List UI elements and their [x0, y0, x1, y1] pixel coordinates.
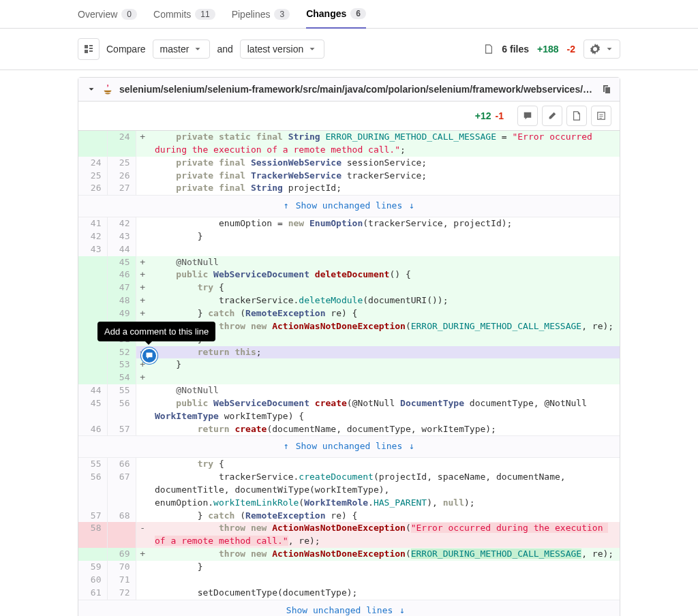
tab-commits[interactable]: Commits11: [153, 0, 215, 28]
diff-line[interactable]: 5566 try {: [78, 458, 620, 471]
diff-line-highlighted[interactable]: 52+ return this;: [78, 346, 620, 359]
file-tree-toggle[interactable]: [78, 38, 100, 60]
edit-file-button[interactable]: [542, 106, 562, 126]
diff-line[interactable]: 6071: [78, 574, 620, 587]
diff-line[interactable]: 4243 }: [78, 230, 620, 243]
new-line-num: 24: [107, 131, 136, 157]
compare-toolbar: Compare master and latest version 6 file…: [0, 29, 698, 70]
mr-tabs: Overview0 Commits11 Pipelines3 Changes6: [0, 0, 698, 29]
add-comment-button[interactable]: [141, 348, 157, 364]
diff-line[interactable]: 53+ }: [78, 358, 620, 371]
diff-line[interactable]: 24+ private static final String ERROR_DU…: [78, 131, 620, 157]
diff-settings-dropdown[interactable]: [583, 40, 620, 59]
diff-line[interactable]: 49+ } catch (RemoteException re) {: [78, 307, 620, 320]
diff-line[interactable]: 6172 setDocumentType(documentType);: [78, 587, 620, 600]
tab-pipelines-count: 3: [274, 9, 290, 20]
files-icon: [484, 44, 494, 54]
diff-line[interactable]: 2526 private final TrackerWebService tra…: [78, 170, 620, 183]
tab-changes-count: 6: [350, 8, 366, 19]
diff-line[interactable]: 4556 public WebServiceDocument create(@N…: [78, 397, 620, 423]
diff-line[interactable]: 4344: [78, 243, 620, 256]
old-line-num: [78, 131, 107, 157]
java-file-icon: [102, 83, 114, 95]
source-branch-dropdown[interactable]: master: [153, 40, 211, 59]
diff-line[interactable]: 4657 return create(documentName, documen…: [78, 423, 620, 436]
diff-line[interactable]: 48+ trackerService.deleteModule(document…: [78, 294, 620, 307]
diff-line[interactable]: 4142 enumOption = new EnumOption(tracker…: [78, 217, 620, 230]
file-path[interactable]: selenium/selenium/selenium-framework/src…: [119, 84, 595, 95]
total-deletions: -2: [567, 44, 575, 55]
copy-path-icon[interactable]: [601, 84, 611, 95]
toggle-comments-button[interactable]: [517, 106, 538, 126]
file-additions: +12: [475, 110, 491, 121]
diff-line[interactable]: 2627 private final String projectId;: [78, 182, 620, 195]
expand-lines[interactable]: Show unchanged lines↓: [78, 600, 620, 616]
chevron-down-icon: [605, 44, 614, 54]
chevron-down-icon: [193, 44, 202, 54]
target-version-dropdown[interactable]: latest version: [240, 40, 324, 59]
diff-line[interactable]: 5768 } catch (RemoteException re) {: [78, 510, 620, 523]
files-count: 6 files: [502, 44, 529, 55]
diff-line[interactable]: 45+ @NotNull: [78, 256, 620, 269]
tab-commits-count: 11: [195, 9, 215, 20]
compare-label: Compare: [106, 44, 146, 55]
comment-icon: [145, 352, 153, 360]
diff-line[interactable]: 54+: [78, 371, 620, 384]
diff-line[interactable]: 69+ throw new ActionWasNotDoneException(…: [78, 548, 620, 561]
more-actions-button[interactable]: [566, 106, 587, 126]
diff-line[interactable]: 47+ try {: [78, 281, 620, 294]
chevron-down-icon: [307, 44, 317, 54]
diff-line[interactable]: 46+ public WebServiceDocument deleteDocu…: [78, 268, 620, 281]
diff-line[interactable]: 4455 @NotNull: [78, 384, 620, 397]
collapse-file-toggle[interactable]: [87, 84, 96, 94]
diff-line[interactable]: 5667 trackerService.createDocument(proje…: [78, 471, 620, 510]
file-deletions: -1: [496, 110, 504, 121]
tab-overview[interactable]: Overview0: [78, 0, 137, 28]
view-file-button[interactable]: [591, 106, 611, 126]
diff-file: selenium/selenium/selenium-framework/src…: [78, 77, 620, 616]
file-stats-bar: +12 -1: [78, 102, 620, 131]
diff-table: 24+ private static final String ERROR_DU…: [78, 131, 620, 346]
expand-lines[interactable]: ↑Show unchanged lines↓: [78, 436, 620, 458]
file-header: selenium/selenium/selenium-framework/src…: [78, 78, 620, 102]
diff-table: 52+ return this; 53+ } 54+ 4455 @NotNull…: [78, 346, 620, 617]
tab-changes[interactable]: Changes6: [306, 0, 366, 29]
and-label: and: [217, 44, 232, 55]
diff-line[interactable]: 2425 private final SessionWebService ses…: [78, 157, 620, 170]
expand-lines[interactable]: ↑Show unchanged lines↓: [78, 196, 620, 217]
gear-icon: [590, 44, 601, 55]
diff-line[interactable]: 58- throw new ActionWasNotDoneException(…: [78, 522, 620, 548]
total-additions: +188: [537, 44, 559, 55]
tab-overview-count: 0: [121, 9, 137, 20]
diff-line[interactable]: 5970 }: [78, 561, 620, 574]
tab-pipelines[interactable]: Pipelines3: [232, 0, 290, 28]
comment-tooltip: Add a comment to this line: [97, 322, 215, 341]
